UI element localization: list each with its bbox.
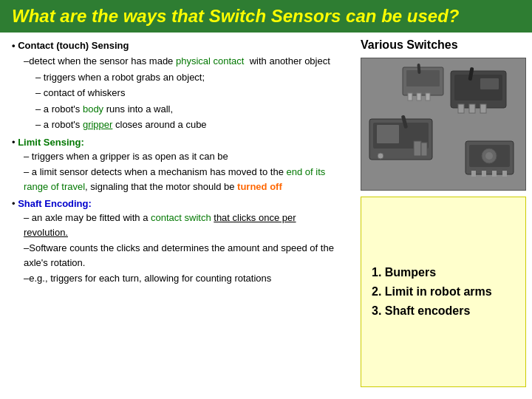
limit-section: • Limit Sensing: – triggers when a gripp… xyxy=(12,137,343,194)
limit-detect-line: – a limit sensor detects when a mechanis… xyxy=(12,165,343,194)
svg-rect-14 xyxy=(480,104,486,113)
svg-point-24 xyxy=(485,152,493,160)
triggers-line: – triggers when a robot grabs an object; xyxy=(12,70,343,85)
image-label: Various Switches xyxy=(361,38,526,52)
image-label-text: Various Switches xyxy=(361,38,458,51)
eg-line: –e.g., triggers for each turn, allowing … xyxy=(12,271,343,286)
svg-point-7 xyxy=(378,153,383,159)
gripper-text: gripper xyxy=(83,119,112,130)
shaft-label: Shaft Encoding: xyxy=(18,198,92,209)
svg-rect-5 xyxy=(421,143,427,156)
software-line: –Software counts the clicks and determin… xyxy=(12,241,343,270)
contact-switch-text: contact switch xyxy=(151,212,211,223)
shaft-section: • Shaft Encoding: – an axle may be fitte… xyxy=(12,198,343,286)
shaft-title: • Shaft Encoding: xyxy=(12,198,343,209)
switches-image xyxy=(361,58,526,191)
whiskers-line: – contact of whiskers xyxy=(12,86,343,100)
numbered-item-3: 3. Shaft encoders xyxy=(372,304,515,318)
svg-rect-18 xyxy=(408,93,412,100)
numbered-item-2: 2. Limit in robot arms xyxy=(372,285,515,299)
gripper-line: – a robot's gripper closes around a cube xyxy=(12,117,343,132)
page-title: What are the ways that Switch Sensors ca… xyxy=(12,6,460,27)
svg-rect-4 xyxy=(414,141,421,156)
numbered-list-box: 1. Bumpers 2. Limit in robot arms 3. Sha… xyxy=(361,197,526,387)
page-header: What are the ways that Switch Sensors ca… xyxy=(0,0,532,33)
svg-rect-27 xyxy=(492,171,497,177)
limit-title: • Limit Sensing: xyxy=(12,137,343,148)
turned-off-text: turned off xyxy=(237,181,282,192)
switches-svg xyxy=(362,60,525,189)
contact-title: • Contact (touch) Sensing xyxy=(12,40,343,51)
svg-rect-19 xyxy=(417,93,421,100)
svg-rect-13 xyxy=(469,104,475,113)
numbered-item-1: 1. Bumpers xyxy=(372,266,515,279)
limit-label: Limit Sensing: xyxy=(18,137,84,148)
detect-line: –detect when the sensor has made physica… xyxy=(12,54,343,69)
axle-line: – an axle may be fitted with a contact s… xyxy=(12,211,343,239)
svg-rect-16 xyxy=(406,70,440,86)
svg-rect-12 xyxy=(458,104,464,113)
svg-rect-25 xyxy=(471,171,476,177)
body-text: body xyxy=(83,103,103,115)
svg-rect-3 xyxy=(377,125,399,143)
svg-rect-26 xyxy=(482,171,486,177)
contact-section: • Contact (touch) Sensing –detect when t… xyxy=(12,40,343,132)
body-line: – a robot's body runs into a wall, xyxy=(12,102,343,117)
physical-contact-text: physical contact xyxy=(176,55,245,66)
main-content: • Contact (touch) Sensing –detect when t… xyxy=(0,33,532,393)
svg-rect-10 xyxy=(480,78,499,89)
left-panel: • Contact (touch) Sensing –detect when t… xyxy=(0,33,355,393)
limit-triggers-line: – triggers when a gripper is as open as … xyxy=(12,149,343,164)
svg-rect-28 xyxy=(502,171,507,177)
svg-rect-20 xyxy=(426,93,430,100)
right-panel: Various Switches xyxy=(355,33,532,393)
contact-label: • Contact (touch) Sensing xyxy=(12,40,129,51)
